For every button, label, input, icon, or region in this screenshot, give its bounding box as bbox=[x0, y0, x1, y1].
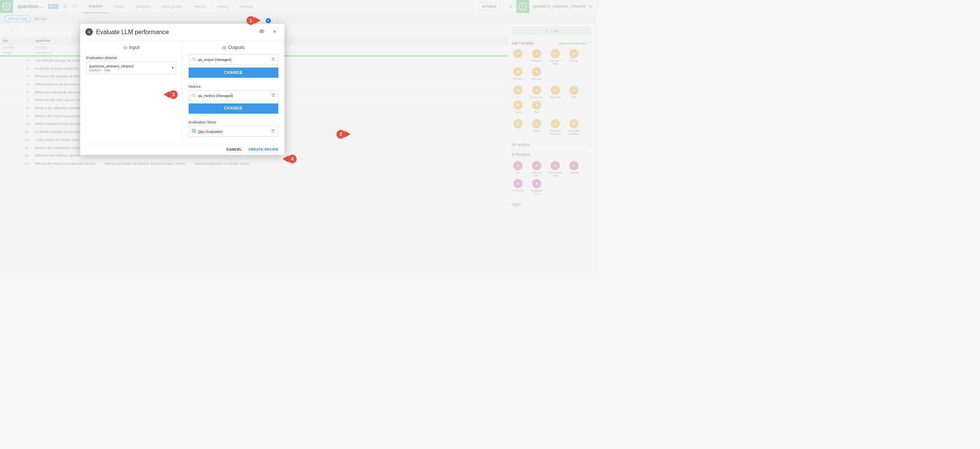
add-badge-icon[interactable]: + bbox=[266, 18, 271, 23]
recipe-topn[interactable]: ●Top N bbox=[511, 100, 525, 114]
recipe-fuzzy[interactable]: ●Fuzzy join bbox=[529, 85, 544, 99]
output-eval-store: Q&A Evaluation bbox=[189, 126, 278, 137]
change-output-button[interactable]: CHANGE bbox=[189, 67, 278, 78]
close-icon[interactable] bbox=[270, 28, 279, 36]
svg-rect-0 bbox=[64, 6, 66, 8]
filter-pill[interactable]: Whole data bbox=[5, 15, 31, 22]
section-other-recipes[interactable]: cipes⌃ bbox=[511, 199, 592, 209]
right-breadcrumb[interactable]: questions_answers_cleaned bbox=[529, 4, 596, 9]
svg-rect-1 bbox=[64, 5, 66, 7]
gdpr-badge: GD PR bbox=[48, 4, 58, 9]
recipe-geo[interactable]: ●Geo join bbox=[548, 85, 562, 99]
recipe-classify[interactable]: ●Classify text bbox=[529, 161, 544, 178]
recipe-stack[interactable]: ●Stack bbox=[529, 119, 544, 136]
tab-bar: Explore Charts Statistics Data Quality M… bbox=[83, 0, 259, 13]
eval-dataset-label: Evaluation dataset bbox=[86, 56, 176, 60]
recipe-gen[interactable]: ●Generate features bbox=[548, 119, 562, 136]
svg-rect-4 bbox=[589, 5, 591, 7]
svg-point-6 bbox=[261, 31, 262, 32]
actions-button[interactable]: ACTIONS bbox=[478, 2, 500, 10]
caret-down-icon: ▾ bbox=[172, 66, 174, 70]
search-input[interactable] bbox=[5, 26, 18, 34]
breadcrumb[interactable]: question… bbox=[13, 3, 48, 10]
evaluate-llm-modal: a¦ Evaluate LLM performance Input Evalua… bbox=[80, 24, 284, 155]
recipe-neq[interactable]: ●Distinct bbox=[511, 67, 525, 80]
lab-button[interactable]: LAB bbox=[512, 26, 591, 35]
section-llm-recipes[interactable]: M Recipes⌃ bbox=[511, 149, 592, 159]
recipe-window[interactable]: ●Window bbox=[529, 67, 544, 80]
outputs-column: Outputs qa_output (Managed) CHANGE Metri… bbox=[183, 40, 284, 144]
output-qa-output: qa_output (Managed) bbox=[189, 54, 278, 65]
recipe-broom[interactable]: ●Prepare bbox=[529, 49, 544, 66]
callout-4: 4 bbox=[283, 155, 296, 163]
tab-history[interactable]: History bbox=[211, 0, 234, 13]
recipe-join[interactable]: ●n bbox=[511, 85, 525, 99]
modal-icon: a¦ bbox=[86, 28, 93, 36]
search-icon bbox=[10, 28, 14, 32]
svg-point-5 bbox=[10, 29, 12, 31]
history-icon[interactable] bbox=[69, 4, 78, 8]
trash-icon[interactable] bbox=[271, 129, 275, 134]
col-type-idx: string bbox=[0, 44, 33, 50]
output-qa-metrics: qa_metrics (Managed) bbox=[189, 90, 278, 101]
input-icon bbox=[123, 46, 127, 50]
col-link-idx[interactable]: Integer bbox=[0, 50, 33, 55]
section-visual-recipes: ual recipes GENERATE RECIPE ⌃ bbox=[511, 39, 592, 48]
trash-icon[interactable] bbox=[271, 57, 275, 62]
recipe-prompt[interactable]: ●pt bbox=[511, 161, 525, 178]
recipe-group[interactable]: ●Group bbox=[567, 49, 581, 66]
next-arrow-icon[interactable] bbox=[503, 0, 516, 13]
callout-2: 2 bbox=[337, 130, 350, 138]
app-logo[interactable] bbox=[0, 0, 13, 13]
recipe-split[interactable]: ●Split bbox=[567, 85, 581, 99]
tab-charts[interactable]: Charts bbox=[108, 0, 130, 13]
recipe-eval[interactable]: ●Evaluate LLM bbox=[529, 179, 544, 196]
tab-data-quality[interactable]: Data Quality bbox=[156, 0, 188, 13]
section-code-recipes[interactable]: de recipes⌄ bbox=[511, 139, 592, 149]
chevron-down-icon: ⌄ bbox=[588, 142, 592, 147]
trash-icon[interactable] bbox=[271, 93, 275, 98]
cancel-button[interactable]: CANCEL bbox=[226, 147, 242, 152]
view-link[interactable]: View bbox=[104, 69, 110, 72]
tab-statistics[interactable]: Statistics bbox=[130, 0, 156, 13]
recipe-finetune[interactable]: ●Fine tune bbox=[511, 179, 525, 196]
recipe-sync[interactable]: ●c bbox=[511, 49, 525, 66]
recipe-embed[interactable]: ●Embed bbox=[567, 161, 581, 178]
recipe-stats[interactable]: ●Generate statistics bbox=[567, 119, 581, 136]
lab-icon bbox=[544, 29, 549, 33]
recipe-summarize[interactable]: ●Summarize text bbox=[548, 161, 562, 178]
modal-title: Evaluate LLM performance bbox=[96, 28, 253, 36]
metrics-label: Metrics bbox=[189, 84, 278, 88]
tab-settings[interactable]: Settings bbox=[234, 0, 258, 13]
overflow-row: 14 What is the impact of rising sea leve… bbox=[0, 159, 507, 167]
recipe-funnel[interactable]: ●Sample / Filter bbox=[548, 49, 562, 66]
chevron-up-icon: ⌃ bbox=[588, 202, 592, 207]
right-dataset-name: questions_answers_cleaned bbox=[533, 4, 585, 9]
right-panel: LAB ual recipes GENERATE RECIPE ⌃ ●c●Pre… bbox=[507, 24, 596, 273]
folder-icon bbox=[191, 93, 196, 98]
next-dataset-logo[interactable] bbox=[516, 0, 529, 13]
generate-recipe-link[interactable]: GENERATE RECIPE bbox=[558, 41, 587, 45]
sub-bar: Whole data 32 rows bbox=[0, 13, 596, 24]
copy-icon[interactable] bbox=[61, 4, 69, 8]
callout-3: 3 bbox=[164, 90, 178, 99]
star-box-icon bbox=[191, 129, 196, 134]
copy-icon[interactable] bbox=[589, 4, 593, 8]
row-count: 32 rows bbox=[35, 16, 47, 20]
folder-icon bbox=[191, 57, 196, 62]
extra-cell: Human adaptation to climate impac bbox=[194, 161, 249, 165]
change-metrics-button[interactable]: CHANGE bbox=[189, 103, 278, 114]
tab-metrics[interactable]: Metrics bbox=[188, 0, 211, 13]
recipe-sort[interactable]: ●Sort bbox=[529, 100, 544, 114]
preview-icon[interactable] bbox=[257, 28, 267, 36]
callout-1: 1 bbox=[247, 16, 260, 25]
recipe-stack1[interactable]: ●t bbox=[511, 119, 525, 136]
chevron-up-icon[interactable]: ⌃ bbox=[588, 41, 592, 46]
extra-cell: Rising sea levels can lead to coastal er… bbox=[105, 161, 185, 165]
svg-rect-3 bbox=[590, 6, 592, 8]
chevron-up-icon: ⌃ bbox=[588, 152, 592, 157]
eval-dataset-select[interactable]: questions_answers_cleaned DATASET - View… bbox=[86, 62, 176, 74]
create-recipe-button[interactable]: CREATE RECIPE bbox=[248, 147, 278, 152]
tab-explore[interactable]: Explore bbox=[83, 0, 108, 13]
col-header-idx[interactable]: idx bbox=[0, 36, 33, 44]
